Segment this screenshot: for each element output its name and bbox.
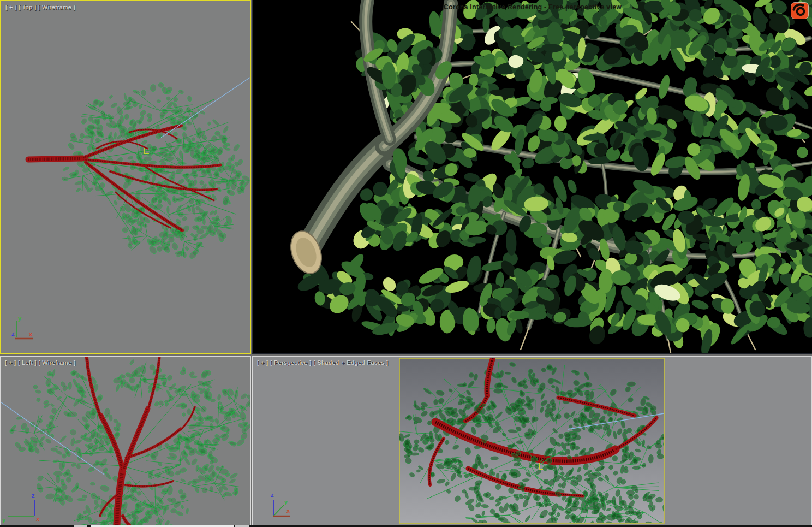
- viewport-left[interactable]: zyx [ + ] [ Left ] [ Wireframe ]: [0, 356, 251, 525]
- viewport-top-canvas[interactable]: yxz: [1, 1, 250, 353]
- viewport-left-canvas[interactable]: zyx: [1, 357, 250, 525]
- svg-text:y: y: [2, 517, 6, 523]
- svg-text:z: z: [11, 330, 15, 337]
- viewport-left-label[interactable]: [ + ] [ Left ] [ Wireframe ]: [5, 359, 75, 366]
- svg-text:x: x: [29, 331, 33, 337]
- corona-renderer-logo-icon[interactable]: [791, 2, 809, 19]
- viewport-perspective-label[interactable]: [ + ] [ Perspective ] [ Shaded + Edged F…: [257, 359, 388, 366]
- svg-text:y: y: [284, 499, 288, 505]
- svg-text:x: x: [286, 507, 290, 514]
- viewport-perspective[interactable]: zyx [ + ] [ Perspective ] [ Shaded + Edg…: [252, 356, 812, 525]
- svg-text:z: z: [271, 492, 274, 498]
- max-quad-viewport-stage: yxz [ + ] [ Top ] [ Wireframe ] Corona I…: [0, 0, 812, 527]
- viewport-render[interactable]: Corona Interactive Rendering - Free pers…: [252, 0, 812, 354]
- viewport-top-label[interactable]: [ + ] [ Top ] [ Wireframe ]: [5, 4, 75, 10]
- render-viewport-title: Corona Interactive Rendering - Free pers…: [253, 3, 812, 11]
- viewport-perspective-canvas[interactable]: zyx: [253, 357, 811, 525]
- render-canvas[interactable]: [253, 0, 812, 353]
- svg-text:y: y: [18, 315, 22, 322]
- viewport-top[interactable]: yxz [ + ] [ Top ] [ Wireframe ]: [0, 0, 251, 354]
- svg-text:x: x: [36, 516, 40, 522]
- svg-text:z: z: [32, 492, 35, 499]
